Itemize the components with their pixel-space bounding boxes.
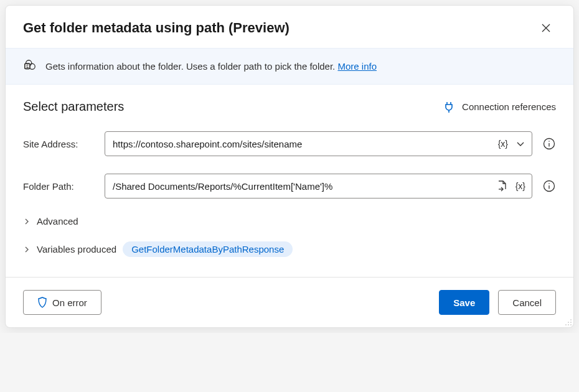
footer-right: Save Cancel [439, 290, 556, 315]
close-icon [541, 23, 551, 33]
on-error-label: On error [52, 297, 87, 308]
chevron-right-icon [23, 218, 31, 225]
info-icon [543, 180, 555, 192]
info-icon [543, 138, 555, 150]
folder-path-info[interactable] [542, 179, 556, 193]
svg-point-14 [570, 324, 572, 325]
chevron-down-icon [515, 139, 525, 149]
svg-point-12 [565, 324, 567, 325]
svg-point-11 [570, 322, 572, 323]
sharepoint-icon: S [23, 58, 37, 74]
advanced-expander[interactable]: Advanced [23, 216, 556, 226]
dropdown-button[interactable] [514, 138, 527, 150]
site-address-info[interactable] [542, 137, 556, 151]
svg-point-10 [568, 322, 569, 323]
svg-point-13 [568, 324, 569, 325]
section-title: Select parameters [23, 100, 124, 114]
svg-point-8 [548, 183, 550, 184]
site-address-label: Site Address: [23, 139, 95, 149]
advanced-label: Advanced [37, 216, 78, 226]
variable-token-button[interactable]: {x} [514, 180, 527, 192]
field-folder-path: Folder Path: {x} [23, 174, 556, 198]
close-button[interactable] [536, 18, 556, 38]
section-header-row: Select parameters Connection references [23, 100, 556, 114]
dialog-header: Get folder metadata using path (Preview) [6, 6, 573, 48]
site-address-actions: {x} [494, 138, 527, 150]
chevron-right-icon [23, 246, 31, 253]
info-text: Gets information about the folder. Uses … [45, 61, 377, 72]
more-info-link[interactable]: More info [337, 61, 377, 72]
variables-produced-expander[interactable]: Variables produced GetFolderMetadataByPa… [23, 241, 556, 257]
svg-text:S: S [26, 64, 29, 68]
field-site-address: Site Address: {x} [23, 131, 556, 156]
dialog-body: Select parameters Connection references … [6, 85, 573, 277]
file-arrow-icon [497, 180, 508, 192]
save-button[interactable]: Save [439, 290, 489, 315]
folder-path-actions: {x} [493, 179, 527, 194]
variables-produced-label: Variables produced [37, 244, 116, 254]
info-text-content: Gets information about the folder. Uses … [45, 61, 337, 72]
folder-path-input-wrap: {x} [105, 174, 532, 198]
file-picker-button[interactable] [496, 179, 509, 194]
svg-point-9 [570, 319, 572, 320]
variable-token-button[interactable]: {x} [497, 138, 509, 150]
folder-path-input[interactable] [113, 181, 493, 192]
site-address-input[interactable] [113, 139, 494, 149]
shield-icon [37, 297, 47, 308]
on-error-button[interactable]: On error [23, 290, 101, 315]
variable-pill[interactable]: GetFolderMetadataByPathResponse [123, 241, 293, 257]
dialog-footer: On error Save Cancel [6, 277, 573, 327]
resize-grip-icon[interactable] [563, 317, 572, 326]
connection-references-button[interactable]: Connection references [443, 101, 556, 113]
info-bar: S Gets information about the folder. Use… [6, 48, 573, 85]
site-address-input-wrap: {x} [105, 131, 532, 156]
svg-point-6 [548, 141, 550, 142]
dialog: Get folder metadata using path (Preview)… [5, 5, 574, 328]
plug-icon [443, 101, 454, 113]
folder-path-label: Folder Path: [23, 181, 95, 192]
dialog-title: Get folder metadata using path (Preview) [23, 20, 290, 36]
connection-references-label: Connection references [462, 101, 556, 112]
cancel-button[interactable]: Cancel [498, 290, 556, 315]
